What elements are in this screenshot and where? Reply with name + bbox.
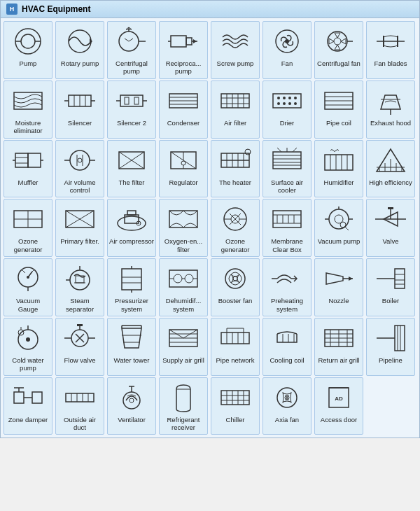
dehumidifier-system-label: Dehumidif... system — [161, 297, 206, 313]
svg-point-169 — [26, 337, 30, 342]
the-heater-item[interactable]: The heater — [211, 140, 260, 198]
muffler-item[interactable]: Muffler — [4, 140, 52, 198]
cooling-coil-item[interactable]: Cooling coil — [262, 318, 312, 376]
chiller-icon — [217, 381, 253, 414]
refrigerant-receiver-icon — [165, 381, 202, 414]
refrigerant-receiver-label: Refrigerant receiver — [161, 416, 206, 432]
supply-air-grill-item[interactable]: Supply air grill — [159, 318, 208, 376]
oxygen-enriched-filter-icon — [165, 202, 202, 236]
drier-label: Drier — [280, 119, 295, 127]
axia-fan-item[interactable]: Axia fan — [262, 377, 312, 435]
exhaust-hood-item[interactable]: Exhaust hood — [366, 80, 415, 139]
cold-water-pump-icon — [10, 321, 46, 355]
preheating-system-item[interactable]: Preheating system — [262, 258, 312, 316]
screw-pump-icon — [217, 24, 253, 58]
water-tower-item[interactable]: Water tower — [107, 318, 156, 376]
the-filter-label: The filter — [119, 178, 145, 186]
steam-separator-item[interactable]: Steam separator — [55, 258, 104, 316]
ozone-generator-2-item[interactable]: Ozone generator — [211, 199, 260, 257]
flow-valve-label: Flow valve — [64, 356, 96, 364]
reciprocating-pump-item[interactable]: Reciproca... pump — [159, 21, 208, 79]
high-efficiency-item[interactable]: High efficiency — [366, 140, 415, 198]
outside-air-duct-icon — [62, 381, 98, 414]
moisture-eliminator-label: Moisture eliminator — [6, 119, 50, 135]
pump-item[interactable]: Pump — [4, 21, 52, 79]
pipe-coil-item[interactable]: Pipe coil — [314, 80, 363, 139]
vacuum-gauge-icon — [10, 262, 46, 295]
svg-point-156 — [225, 269, 245, 288]
supply-air-grill-icon — [165, 321, 202, 355]
svg-rect-211 — [32, 392, 42, 403]
oxygen-enriched-filter-item[interactable]: Oxygen-en... filter — [159, 199, 208, 257]
silencer-2-item[interactable]: Silencer 2 — [107, 80, 156, 139]
regulator-item[interactable]: Regulator — [159, 140, 208, 198]
fan-icon — [269, 24, 305, 58]
pipe-network-item[interactable]: Pipe network — [211, 318, 260, 376]
svg-point-18 — [285, 39, 289, 43]
access-door-item[interactable]: AD Access door — [314, 377, 363, 435]
svg-rect-89 — [273, 152, 301, 169]
the-filter-item[interactable]: The filter — [107, 140, 156, 198]
centrifugal-fan-item[interactable]: Centrifugal fan — [314, 21, 363, 79]
moisture-eliminator-item[interactable]: Moisture eliminator — [4, 80, 52, 139]
svg-line-139 — [31, 270, 34, 273]
pipeline-label: Pipeline — [379, 356, 402, 364]
pressurizer-system-item[interactable]: Pressurizer system — [107, 258, 156, 316]
screw-pump-item[interactable]: Screw pump — [211, 21, 260, 79]
pipeline-icon — [372, 321, 409, 355]
nozzle-item[interactable]: Nozzle — [314, 258, 363, 316]
refrigerant-receiver-item[interactable]: Refrigerant receiver — [159, 377, 208, 435]
boiler-label: Boiler — [382, 297, 399, 304]
svg-point-54 — [283, 102, 286, 105]
flow-valve-item[interactable]: Flow valve — [55, 318, 104, 376]
condenser-item[interactable]: Condenser — [159, 80, 208, 139]
dehumidifier-system-item[interactable]: Dehumidif... system — [159, 258, 208, 316]
rotary-pump-item[interactable]: Rotary pump — [55, 21, 104, 79]
air-filter-item[interactable]: Air filter — [211, 80, 260, 139]
reciprocating-pump-label: Reciproca... pump — [161, 59, 206, 76]
svg-text:AD: AD — [335, 396, 343, 402]
flow-valve-icon — [62, 321, 98, 355]
centrifugal-pump-item[interactable]: Centrifugal pump — [107, 21, 156, 79]
silencer-item[interactable]: Silencer — [55, 80, 104, 139]
fan-blades-item[interactable]: Fan blades — [366, 21, 415, 79]
svg-rect-177 — [77, 324, 83, 326]
svg-rect-41 — [221, 94, 249, 108]
return-air-grill-label: Return air grill — [318, 356, 359, 364]
ventilator-item[interactable]: Ventilator — [107, 377, 156, 435]
axia-fan-label: Axia fan — [275, 416, 299, 424]
vacuum-pump-item[interactable]: Vacuum pump — [314, 199, 363, 257]
high-efficiency-label: High efficiency — [369, 178, 412, 186]
humidifier-item[interactable]: Humidifier — [314, 140, 363, 198]
boiler-item[interactable]: Boiler — [366, 258, 415, 316]
outside-air-duct-item[interactable]: Outside air duct — [55, 377, 104, 435]
ozone-generator-item[interactable]: Ozone generator — [4, 199, 52, 257]
booster-fan-item[interactable]: Booster fan — [211, 258, 260, 316]
air-filter-label: Air filter — [224, 119, 246, 127]
svg-marker-61 — [381, 95, 400, 109]
drier-item[interactable]: Drier — [262, 80, 312, 139]
pipe-network-label: Pipe network — [216, 356, 255, 364]
cold-water-pump-item[interactable]: Cold water pump — [4, 318, 52, 376]
humidifier-label: Humidifier — [324, 178, 354, 186]
air-volume-control-item[interactable]: Air volume control — [55, 140, 104, 198]
nozzle-icon — [321, 262, 357, 295]
pipeline-item[interactable]: Pipeline — [366, 318, 415, 376]
svg-rect-163 — [395, 269, 405, 288]
return-air-grill-item[interactable]: Return air grill — [314, 318, 363, 376]
primary-filter-item[interactable]: Primary filter. — [55, 199, 104, 257]
chiller-item[interactable]: Chiller — [211, 377, 260, 435]
zone-damper-item[interactable]: Zone damper — [4, 377, 52, 435]
air-compressor-item[interactable]: Air compressor — [107, 199, 156, 257]
fan-item[interactable]: Fan — [262, 21, 312, 79]
vacuum-gauge-item[interactable]: Vacuum Gauge — [4, 258, 52, 316]
membrane-clear-box-item[interactable]: Membrane Clear Box — [262, 199, 312, 257]
svg-rect-187 — [221, 332, 249, 344]
valve-icon — [372, 202, 409, 236]
svg-point-86 — [245, 149, 251, 155]
surface-air-cooler-item[interactable]: Surface air cooler — [262, 140, 312, 198]
valve-item[interactable]: Valve — [366, 199, 415, 257]
svg-line-11 — [129, 38, 133, 41]
svg-rect-224 — [221, 391, 249, 405]
svg-line-129 — [344, 226, 349, 230]
